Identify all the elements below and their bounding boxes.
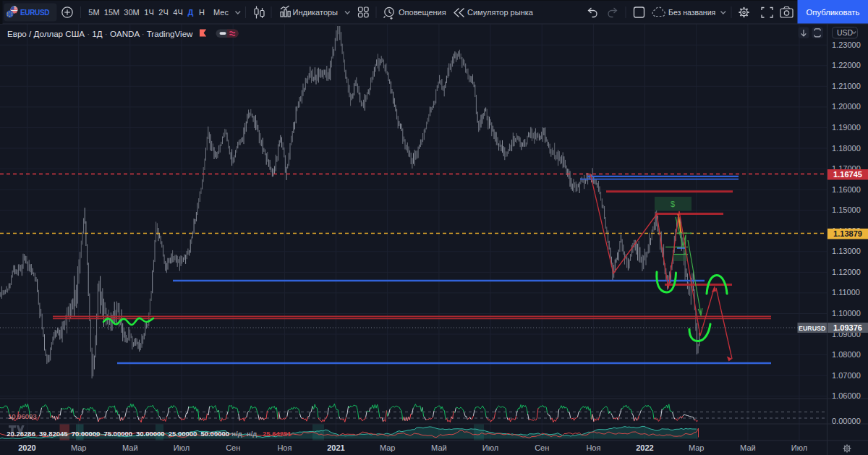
svg-text:1.06000: 1.06000 [832, 391, 861, 400]
svg-text:Ноя: Ноя [586, 443, 600, 452]
svg-text:Сен: Сен [535, 443, 549, 452]
svg-text:1.13879: 1.13879 [833, 229, 862, 238]
svg-text:70.00000: 70.00000 [72, 430, 101, 438]
svg-text:Д: Д [188, 8, 194, 17]
svg-text:1.08000: 1.08000 [832, 350, 861, 359]
svg-text:1.21000: 1.21000 [832, 82, 861, 90]
svg-text:4Ч: 4Ч [173, 8, 182, 17]
svg-text:2Ч: 2Ч [158, 8, 168, 17]
svg-text:1.15000: 1.15000 [832, 205, 861, 214]
svg-text:EURUSD: EURUSD [20, 9, 49, 17]
svg-text:1.22000: 1.22000 [832, 61, 861, 69]
svg-text:30.00000: 30.00000 [136, 430, 165, 438]
svg-text:1.19000: 1.19000 [832, 123, 861, 132]
svg-text:Ноя: Ноя [277, 443, 292, 452]
svg-text:25.00000: 25.00000 [169, 430, 197, 438]
svg-text:1.11000: 1.11000 [832, 288, 860, 297]
svg-text:Май: Май [431, 443, 447, 452]
svg-text:Сен: Сен [226, 443, 240, 452]
svg-text:Мар: Мар [71, 443, 87, 452]
svg-text:Симулятор рынка: Симулятор рынка [467, 8, 534, 17]
svg-text:1.20000: 1.20000 [832, 102, 861, 111]
svg-text:EURUSD: EURUSD [799, 325, 825, 332]
svg-text:75.00000: 75.00000 [103, 430, 132, 438]
svg-text:1.09376: 1.09376 [833, 323, 862, 332]
svg-text:Опубликовать: Опубликовать [807, 8, 860, 17]
svg-text:Оповещения: Оповещения [399, 8, 446, 17]
svg-text:$: $ [671, 200, 675, 208]
svg-text:USD: USD [837, 28, 854, 37]
svg-text:5M: 5M [88, 8, 99, 17]
svg-text:1.12000: 1.12000 [832, 268, 861, 276]
svg-text:15M: 15M [104, 8, 119, 17]
svg-text:Июл: Июл [482, 443, 498, 452]
svg-text:0.00000: 0.00000 [832, 417, 861, 425]
svg-text:Евро / Доллар США · 1Д · OANDA: Евро / Доллар США · 1Д · OANDA · Trading… [7, 29, 193, 38]
svg-text:25.64251: 25.64251 [263, 430, 292, 438]
svg-text:1.23000: 1.23000 [832, 41, 861, 49]
svg-text:2021: 2021 [327, 443, 344, 452]
svg-text:Мес: Мес [213, 8, 229, 17]
svg-text:Май: Май [122, 443, 138, 452]
svg-text:10.96093: 10.96093 [8, 412, 37, 420]
svg-text:Май: Май [740, 443, 756, 452]
svg-text:н/д: н/д [247, 430, 257, 438]
svg-text:1Ч: 1Ч [144, 8, 153, 17]
svg-text:Н: Н [199, 8, 205, 17]
svg-text:Мар: Мар [689, 443, 705, 452]
svg-text:39.82045: 39.82045 [39, 430, 68, 438]
svg-text:30M: 30M [124, 8, 139, 17]
svg-text:Индикаторы: Индикаторы [293, 8, 339, 17]
svg-text:20.26286: 20.26286 [7, 430, 35, 438]
svg-text:Июл: Июл [174, 443, 190, 452]
svg-text:1.07000: 1.07000 [832, 371, 861, 380]
svg-text:1.13000: 1.13000 [832, 247, 861, 255]
svg-text:Без названия: Без названия [668, 8, 715, 17]
svg-text:1.16745: 1.16745 [833, 170, 862, 179]
svg-text:50.00000: 50.00000 [200, 430, 229, 438]
svg-text:1.16000: 1.16000 [832, 185, 861, 194]
svg-text:Июл: Июл [791, 443, 807, 452]
svg-text:н/д: н/д [231, 430, 242, 438]
svg-text:2020: 2020 [18, 443, 35, 452]
svg-text:Мар: Мар [380, 443, 396, 452]
svg-text:2022: 2022 [636, 443, 653, 452]
svg-text:1.10000: 1.10000 [832, 309, 861, 318]
svg-text:1.18000: 1.18000 [832, 144, 861, 153]
